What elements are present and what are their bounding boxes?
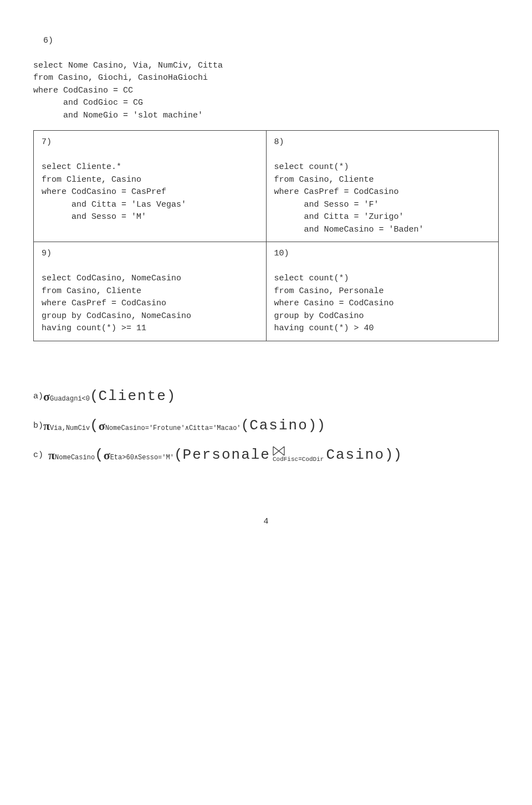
- pi-icon: π: [48, 448, 55, 462]
- relational-algebra-section: a)σGuadagni<0(Cliente) b)πVia,NumCiv(σNo…: [33, 386, 499, 466]
- q7-header: 7): [42, 137, 52, 147]
- cell-q10: 10) select count(*) from Casino, Persona…: [266, 242, 499, 341]
- ra-a: a)σGuadagni<0(Cliente): [33, 386, 499, 407]
- sigma-icon: σ: [43, 389, 50, 403]
- ra-b-label: b): [33, 421, 43, 430]
- page-number: 4: [33, 516, 499, 529]
- paren-open: (: [90, 417, 99, 434]
- paren-open: (: [90, 388, 99, 404]
- q6-header: 6): [43, 36, 53, 45]
- ra-c-pi-sub: NomeCasino: [55, 454, 95, 462]
- q6-body: select Nome Casino, Via, NumCiv, Citta f…: [33, 61, 223, 120]
- q9-body: select CodCasino, NomeCasino from Casino…: [42, 274, 191, 333]
- paren-close: )): [385, 447, 402, 463]
- paren-close: )): [308, 417, 325, 434]
- ra-b: b)πVia,NumCiv(σNomeCasino='Frotune'∧Citt…: [33, 415, 499, 437]
- sigma-icon: σ: [104, 448, 110, 462]
- ra-c-rel1: Personale: [183, 447, 270, 463]
- ra-c: c) πNomeCasino(σEta>60∧Sesso='M'(Persona…: [33, 444, 499, 466]
- ra-c-label: c): [33, 450, 48, 460]
- ra-a-rel: Cliente: [99, 388, 167, 404]
- ra-b-rel: Casino: [249, 417, 308, 434]
- ra-a-sub: Guadagni<0: [50, 395, 90, 403]
- natural-join-icon: CodFisc=CodDir: [273, 446, 324, 464]
- sigma-icon: σ: [99, 419, 105, 433]
- q9-header: 9): [42, 249, 52, 258]
- ra-a-label: a): [33, 392, 43, 401]
- q10-header: 10): [274, 249, 289, 258]
- paren-open: (: [174, 447, 183, 463]
- cell-q7: 7) select Cliente.* from Cliente, Casino…: [34, 131, 267, 242]
- ra-b-pi-sub: Via,NumCiv: [50, 424, 90, 432]
- ra-c-sigma-sub: Eta>60∧Sesso='M': [110, 454, 174, 462]
- paren-open: (: [95, 447, 104, 463]
- cell-q9: 9) select CodCasino, NomeCasino from Cas…: [34, 242, 267, 341]
- pi-icon: π: [43, 419, 50, 433]
- query-table: 7) select Cliente.* from Cliente, Casino…: [33, 130, 499, 341]
- q8-header: 8): [274, 137, 284, 147]
- q8-body: select count(*) from Casino, Cliente whe…: [274, 162, 424, 234]
- ra-c-join-sub: CodFisc=CodDir: [273, 455, 324, 464]
- cell-q8: 8) select count(*) from Casino, Cliente …: [266, 131, 499, 242]
- paren-open: (: [241, 417, 250, 434]
- q10-body: select count(*) from Casino, Personale w…: [274, 274, 394, 333]
- q7-body: select Cliente.* from Cliente, Casino wh…: [42, 162, 186, 222]
- ra-c-rel2: Casino: [326, 447, 385, 463]
- query-6: 6) select Nome Casino, Via, NumCiv, Citt…: [33, 22, 499, 122]
- paren-close: ): [167, 388, 176, 404]
- ra-b-sigma-sub: NomeCasino='Frotune'∧Citta='Macao': [105, 424, 241, 432]
